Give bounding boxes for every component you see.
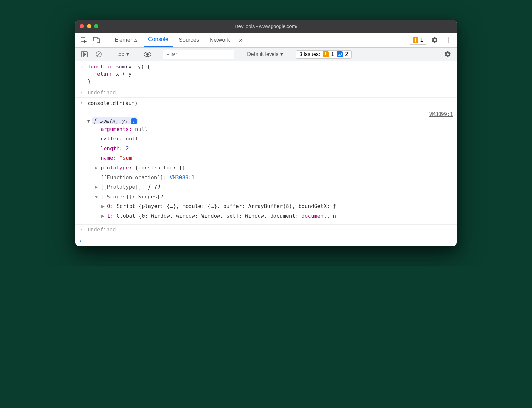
sidebar-toggle-icon[interactable] — [78, 49, 90, 60]
svg-line-13 — [97, 52, 101, 56]
console-settings-icon[interactable] — [442, 49, 454, 60]
warnings-badge[interactable]: 1 — [409, 36, 427, 45]
tab-console[interactable]: Console — [144, 33, 173, 47]
expand-arrow-icon[interactable]: ▼ — [95, 192, 101, 202]
chevron-down-icon: ▾ — [280, 51, 283, 57]
warning-icon — [413, 37, 418, 43]
issues-badge[interactable]: 3 Issues: 1 2 — [296, 50, 352, 59]
expand-arrow-icon[interactable]: ▶ — [95, 182, 101, 192]
svg-rect-17 — [325, 56, 326, 56]
info-icon — [337, 51, 343, 57]
warning-icon — [323, 51, 329, 57]
issues-warn-count: 1 — [331, 51, 334, 57]
expand-arrow-icon[interactable]: ▼ — [87, 118, 90, 124]
window-title: DevTools - www.google.com/ — [75, 23, 457, 29]
console-output: › function sum(x, y) { return x + y; } ‹… — [75, 61, 457, 246]
execution-context-dropdown[interactable]: top ▾ — [114, 50, 132, 59]
svg-point-15 — [146, 53, 149, 56]
svg-rect-16 — [325, 52, 326, 55]
inspect-element-icon[interactable] — [78, 34, 90, 46]
tabs-overflow-icon[interactable]: » — [236, 33, 246, 47]
filter-input[interactable] — [163, 50, 234, 59]
object-properties: arguments: null caller: null length: 2 n… — [95, 124, 453, 221]
output-chevron-icon: ‹ — [79, 89, 84, 95]
output-chevron-icon: ‹ — [79, 226, 84, 233]
output-value: undefined — [88, 89, 116, 95]
prompt-chevron-icon: › — [79, 238, 82, 244]
tabs: Elements Console Sources Network » — [110, 33, 246, 47]
svg-rect-2 — [97, 39, 100, 43]
svg-rect-4 — [415, 38, 416, 41]
code-line: console.dir(sum) — [88, 100, 138, 107]
expand-arrow-icon[interactable]: ▶ — [101, 201, 107, 211]
info-icon: i — [131, 118, 137, 124]
function-summary[interactable]: ƒ sum(x, y) i — [92, 117, 138, 124]
log-levels-dropdown[interactable]: Default levels ▾ — [244, 50, 286, 59]
devtools-window: DevTools - www.google.com/ Elements Cons… — [75, 20, 457, 246]
console-toolbar: top ▾ Default levels ▾ 3 Issues: 1 2 — [75, 48, 457, 61]
expand-arrow-icon[interactable]: ▶ — [101, 211, 107, 221]
console-output-row: ‹ undefined — [75, 87, 457, 98]
main-tabbar: Elements Console Sources Network » 1 — [75, 33, 457, 48]
console-input-row[interactable]: › console.dir(sum) — [75, 98, 457, 109]
console-dir-output: VM3099:1 ▼ ƒ sum(x, y) i arguments: null… — [75, 109, 457, 225]
issues-label: 3 Issues: — [299, 51, 320, 57]
titlebar[interactable]: DevTools - www.google.com/ — [75, 20, 457, 33]
tab-sources[interactable]: Sources — [174, 33, 203, 47]
issues-info-count: 2 — [345, 51, 348, 57]
source-link[interactable]: VM3099:1 — [429, 111, 453, 117]
live-expression-icon[interactable] — [142, 49, 153, 60]
chevron-down-icon: ▾ — [126, 51, 129, 57]
more-menu-icon[interactable] — [442, 34, 454, 46]
input-chevron-icon: › — [79, 63, 84, 69]
svg-rect-5 — [415, 41, 416, 42]
tab-elements[interactable]: Elements — [110, 33, 142, 47]
output-value: undefined — [88, 226, 116, 233]
console-output-row: ‹ undefined — [75, 225, 457, 235]
settings-icon[interactable] — [429, 34, 441, 46]
svg-marker-11 — [85, 53, 86, 55]
input-chevron-icon: › — [79, 100, 84, 106]
svg-point-6 — [448, 37, 449, 38]
svg-point-7 — [448, 39, 449, 40]
svg-point-8 — [448, 41, 449, 42]
console-input-row[interactable]: › function sum(x, y) { return x + y; } — [75, 61, 457, 87]
device-toggle-icon[interactable] — [91, 34, 103, 46]
function-location-link[interactable]: VM3089:1 — [170, 174, 195, 181]
warnings-count: 1 — [420, 37, 423, 43]
code-block: function sum(x, y) { return x + y; } — [88, 63, 150, 85]
console-prompt[interactable]: › — [75, 235, 457, 246]
clear-console-icon[interactable] — [93, 49, 105, 60]
expand-arrow-icon[interactable]: ▶ — [95, 163, 101, 173]
tab-network[interactable]: Network — [205, 33, 234, 47]
